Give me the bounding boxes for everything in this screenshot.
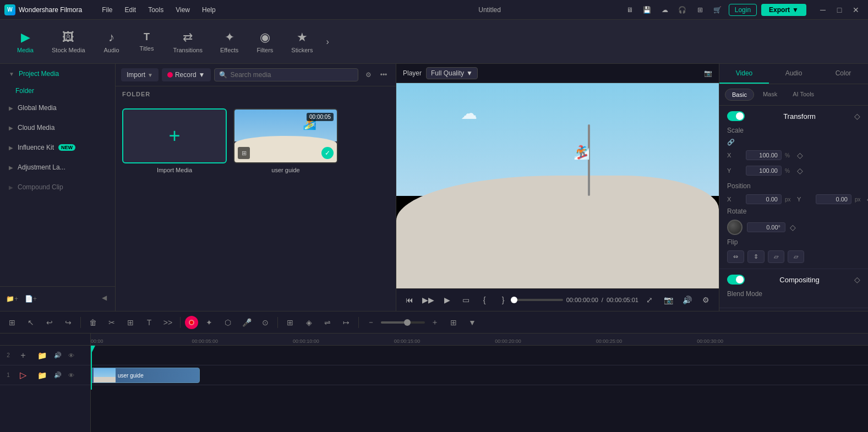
rotate-input[interactable] <box>747 222 785 232</box>
timeline-ripple-icon[interactable]: ↦ <box>339 315 354 330</box>
transform-keyframe-diamond[interactable]: ◇ <box>854 112 860 121</box>
track1-icon[interactable]: ▷ <box>15 368 31 383</box>
cloud-icon[interactable]: ☁ <box>658 3 672 17</box>
filter-icon[interactable]: ⚙ <box>362 68 375 81</box>
sidebar-item-compound-clip[interactable]: ▶ Compound Clip <box>2 178 113 196</box>
subtab-ai-tools[interactable]: AI Tools <box>786 89 821 101</box>
list-item[interactable]: + Import Media <box>122 108 227 173</box>
timeline-text-icon[interactable]: T <box>141 315 157 330</box>
maximize-button[interactable]: □ <box>832 2 847 18</box>
timeline-delete-icon[interactable]: 🗑 <box>85 315 101 330</box>
headphone-icon[interactable]: 🎧 <box>676 3 689 17</box>
timeline-snap-icon[interactable]: ✦ <box>201 315 217 330</box>
subtab-mask[interactable]: Mask <box>756 89 784 101</box>
search-input[interactable] <box>231 71 354 79</box>
track1-visibility-icon[interactable]: 👁 <box>66 370 76 380</box>
import-button[interactable]: Import ▼ <box>121 68 159 81</box>
tab-video[interactable]: Video <box>719 64 769 84</box>
collapse-panel-button[interactable]: ◀ <box>97 291 111 304</box>
mark-in-button[interactable]: { <box>477 292 492 308</box>
record-button[interactable]: Record ▼ <box>162 68 211 81</box>
toolbar-audio[interactable]: ♪ Audio <box>95 27 128 57</box>
transform-toggle[interactable] <box>727 111 745 121</box>
open-folder-icon[interactable]: 📁 <box>34 348 50 363</box>
sidebar-folder-item[interactable]: Folder <box>0 84 115 98</box>
timeline-motion-icon[interactable]: ◈ <box>301 315 316 330</box>
subtab-basic[interactable]: Basic <box>725 89 754 101</box>
monitor-icon[interactable]: 🖥 <box>623 3 636 17</box>
sidebar-item-project-media[interactable]: ▼ Project Media <box>2 64 113 83</box>
timeline-select-icon[interactable]: ↖ <box>23 315 39 330</box>
timeline-record-button[interactable] <box>185 316 198 329</box>
scale-y-input[interactable] <box>746 166 782 176</box>
user-guide-thumb[interactable]: 🏄 00:00:05 ⊞ ✓ <box>233 108 338 163</box>
more-options-icon[interactable]: ••• <box>377 68 390 81</box>
toolbar-stickers[interactable]: ★ Stickers <box>283 27 320 57</box>
step-back-button[interactable]: ⏮ <box>402 292 417 308</box>
sidebar-item-adjustment-layer[interactable]: ▶ Adjustment La... <box>2 158 113 177</box>
track1-folder-icon[interactable]: 📁 <box>34 368 50 383</box>
settings-icon[interactable]: ⚙ <box>698 292 713 308</box>
timeline-speed-icon[interactable]: >> <box>160 315 176 330</box>
timeline-track-1[interactable]: user guide <box>91 365 868 385</box>
timeline-audio-icon[interactable]: 🎤 <box>239 315 254 330</box>
menu-edit[interactable]: Edit <box>119 4 142 16</box>
timeline-swap-icon[interactable]: ⇌ <box>320 315 335 330</box>
add-item-button[interactable]: 📄+ <box>23 291 39 307</box>
export-button[interactable]: Export ▼ <box>761 4 806 16</box>
play-pause-button[interactable]: ▶ <box>439 292 455 308</box>
audio-mute-icon[interactable]: 🔊 <box>53 351 63 360</box>
timeline-grid-icon[interactable]: ⊞ <box>446 315 461 330</box>
crop-button[interactable]: ▭ <box>458 292 473 308</box>
login-button[interactable]: Login <box>729 4 757 16</box>
tab-audio[interactable]: Audio <box>769 64 818 84</box>
compositing-diamond[interactable]: ◇ <box>854 275 860 284</box>
compositing-toggle[interactable] <box>727 275 745 285</box>
minimize-button[interactable]: ─ <box>815 2 831 18</box>
playhead[interactable] <box>91 346 92 390</box>
screenshot-button[interactable]: 📷 <box>660 292 676 308</box>
zoom-track[interactable] <box>381 321 425 324</box>
toolbar-titles[interactable]: T Titles <box>130 28 163 55</box>
list-item[interactable]: 🏄 00:00:05 ⊞ ✓ user guide <box>233 108 338 173</box>
toolbar-effects[interactable]: ✦ Effects <box>212 27 246 57</box>
layout-icon[interactable]: ⊞ <box>694 3 707 17</box>
sidebar-item-global-media[interactable]: ▶ Global Media <box>2 99 113 117</box>
search-box[interactable]: 🔍 <box>214 68 359 81</box>
progress-bar[interactable] <box>514 299 563 301</box>
quality-selector[interactable]: Full Quality ▼ <box>426 67 478 79</box>
flip-horizontal-button[interactable]: ⇔ <box>727 250 744 263</box>
track1-audio-icon[interactable]: 🔊 <box>53 370 63 380</box>
flip-v2-button[interactable]: ▱ <box>788 250 804 263</box>
toolbar-filters[interactable]: ◉ Filters <box>248 27 281 57</box>
timeline-stabilize-icon[interactable]: ⬡ <box>220 315 236 330</box>
add-folder-button[interactable]: 📁+ <box>4 291 20 307</box>
track-visibility-icon[interactable]: 👁 <box>66 351 76 360</box>
zoom-in-button[interactable]: ＋ <box>427 315 443 330</box>
scale-y-diamond[interactable]: ◇ <box>797 166 803 175</box>
menu-help[interactable]: Help <box>196 4 221 16</box>
play-button[interactable]: ▶▶ <box>421 292 436 308</box>
toolbar-media[interactable]: ▶ Media <box>9 27 42 57</box>
timeline-undo-icon[interactable]: ↩ <box>42 315 57 330</box>
fullscreen-button[interactable]: ⤢ <box>642 292 657 308</box>
scale-x-diamond[interactable]: ◇ <box>797 151 803 160</box>
scale-x-input[interactable] <box>746 150 782 160</box>
close-button[interactable]: ✕ <box>848 2 864 18</box>
timeline-ai-icon[interactable]: ⊙ <box>258 315 273 330</box>
timeline-layout-icon[interactable]: ⊞ <box>4 315 20 330</box>
volume-button[interactable]: 🔊 <box>679 292 695 308</box>
pos-x-input[interactable] <box>746 194 782 204</box>
sidebar-item-cloud-media[interactable]: ▶ Cloud Media <box>2 118 113 137</box>
rotate-dial[interactable] <box>727 220 743 235</box>
timeline-clip[interactable]: user guide <box>91 368 200 383</box>
menu-file[interactable]: File <box>96 4 118 16</box>
timeline-magnet-icon[interactable]: ⊞ <box>282 315 298 330</box>
timeline-redo-icon[interactable]: ↪ <box>61 315 76 330</box>
cart-icon[interactable]: 🛒 <box>711 3 724 17</box>
flip-h2-button[interactable]: ▱ <box>768 250 784 263</box>
player-screenshot-icon[interactable]: 📷 <box>704 69 712 77</box>
toolbar-stock-media[interactable]: 🖼 Stock Media <box>44 27 93 57</box>
import-media-thumb[interactable]: + <box>122 108 227 163</box>
tab-color[interactable]: Color <box>818 64 868 84</box>
